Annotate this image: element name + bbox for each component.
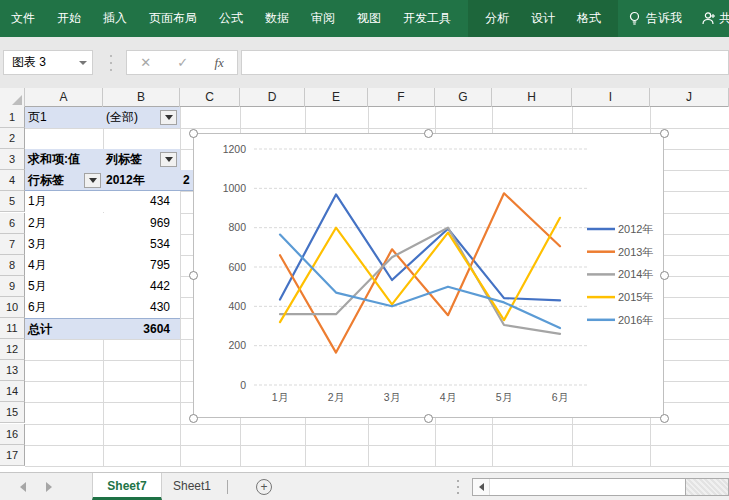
horizontal-scrollbar[interactable] bbox=[472, 478, 729, 496]
pivot-row-value[interactable]: 442 bbox=[103, 276, 180, 297]
ribbon-tab-3[interactable]: 插入 bbox=[92, 0, 138, 37]
share-button[interactable]: 共 bbox=[693, 0, 729, 37]
column-header-D[interactable]: D bbox=[240, 88, 305, 107]
pivot-filter-label[interactable]: 页1 bbox=[25, 107, 103, 128]
pivot-col-header-2012[interactable]: 2012年 bbox=[103, 170, 180, 191]
pivot-row-value[interactable]: 430 bbox=[103, 297, 180, 318]
filter-dropdown-button[interactable] bbox=[160, 152, 177, 167]
row-header-17[interactable]: 17 bbox=[0, 445, 25, 466]
formula-bar-row: 图表 3 ✕ ✓ fx bbox=[0, 37, 729, 88]
column-header-H[interactable]: H bbox=[492, 88, 572, 107]
ribbon-tab-9[interactable]: 开发工具 bbox=[392, 0, 462, 37]
chart-resize-handle[interactable] bbox=[424, 414, 433, 423]
chart-resize-handle[interactable] bbox=[424, 129, 433, 138]
row-header-5[interactable]: 5 bbox=[0, 191, 25, 212]
ribbon-tab-8[interactable]: 视图 bbox=[346, 0, 392, 37]
sheet-nav-next-icon[interactable] bbox=[46, 482, 52, 492]
pivot-row-value[interactable]: 434 bbox=[103, 191, 180, 212]
formula-input[interactable] bbox=[241, 50, 729, 75]
sheet-nav-prev-icon[interactable] bbox=[20, 482, 26, 492]
row-header-1[interactable]: 1 bbox=[0, 107, 25, 128]
legend-label-2015年[interactable]: 2015年 bbox=[618, 291, 653, 303]
name-box[interactable]: 图表 3 bbox=[3, 50, 93, 75]
series-line-2012年[interactable] bbox=[280, 194, 560, 300]
row-header-12[interactable]: 12 bbox=[0, 339, 25, 360]
pivot-col-header-clipped[interactable]: 2 bbox=[180, 170, 194, 191]
ribbon-tab-6[interactable]: 数据 bbox=[254, 0, 300, 37]
chart-resize-handle[interactable] bbox=[189, 414, 198, 423]
column-header-G[interactable]: G bbox=[435, 88, 492, 107]
add-sheet-button[interactable]: + bbox=[256, 479, 272, 495]
row-header-10[interactable]: 10 bbox=[0, 297, 25, 318]
scroll-left-icon[interactable] bbox=[473, 479, 490, 495]
legend-label-2014年[interactable]: 2014年 bbox=[618, 268, 653, 280]
column-header-F[interactable]: F bbox=[368, 88, 435, 107]
chart-resize-handle[interactable] bbox=[660, 129, 669, 138]
pivot-row-value[interactable]: 969 bbox=[103, 213, 180, 234]
pivot-col-header-label[interactable]: 列标签 bbox=[103, 149, 180, 170]
ribbon-tab-2[interactable]: 开始 bbox=[46, 0, 92, 37]
series-line-2013年[interactable] bbox=[280, 193, 560, 352]
pivot-row-header-label[interactable]: 行标签 bbox=[25, 170, 103, 191]
pivot-row-label[interactable]: 1月 bbox=[25, 191, 103, 212]
legend-label-2012年[interactable]: 2012年 bbox=[618, 223, 653, 235]
chart-resize-handle[interactable] bbox=[660, 414, 669, 423]
pivot-row-label[interactable]: 2月 bbox=[25, 213, 103, 234]
pivot-row-label[interactable]: 5月 bbox=[25, 276, 103, 297]
ribbon-contextual-tab-3[interactable]: 格式 bbox=[566, 0, 612, 37]
ribbon-tab-1[interactable]: 文件 bbox=[0, 0, 46, 37]
enter-icon[interactable]: ✓ bbox=[177, 55, 188, 70]
insert-function-icon[interactable]: fx bbox=[214, 55, 223, 71]
tell-me-button[interactable]: 告诉我 bbox=[618, 0, 692, 37]
chart-object[interactable]: 0200400600800100012001月2月3月4月5月6月2012年20… bbox=[193, 133, 664, 418]
row-header-14[interactable]: 14 bbox=[0, 381, 25, 402]
row-header-8[interactable]: 8 bbox=[0, 255, 25, 276]
scrollbar-track[interactable] bbox=[686, 479, 728, 495]
column-header-C[interactable]: C bbox=[180, 88, 240, 107]
chart-resize-handle[interactable] bbox=[189, 271, 198, 280]
column-header-I[interactable]: I bbox=[572, 88, 650, 107]
row-header-3[interactable]: 3 bbox=[0, 149, 25, 170]
row-header-16[interactable]: 16 bbox=[0, 424, 25, 445]
row-header-6[interactable]: 6 bbox=[0, 213, 25, 234]
row-header-13[interactable]: 13 bbox=[0, 360, 25, 381]
tab-scrollbar-splitter[interactable] bbox=[456, 480, 460, 494]
legend-label-2013年[interactable]: 2013年 bbox=[618, 246, 653, 258]
pivot-filter-value[interactable]: (全部) bbox=[103, 107, 180, 128]
pivot-total-value[interactable]: 3604 bbox=[103, 318, 180, 339]
row-header-4[interactable]: 4 bbox=[0, 170, 25, 191]
row-header-9[interactable]: 9 bbox=[0, 276, 25, 297]
formula-bar-splitter[interactable] bbox=[109, 55, 113, 71]
pivot-value-field[interactable]: 求和项:值 bbox=[25, 149, 103, 170]
name-box-dropdown-icon[interactable] bbox=[79, 61, 87, 65]
column-header-B[interactable]: B bbox=[103, 88, 180, 107]
sheet-tab-Sheet1[interactable]: Sheet1 bbox=[162, 473, 222, 500]
column-header-J[interactable]: J bbox=[650, 88, 729, 107]
row-header-15[interactable]: 15 bbox=[0, 402, 25, 423]
pivot-row-label[interactable]: 4月 bbox=[25, 255, 103, 276]
row-header-11[interactable]: 11 bbox=[0, 318, 25, 339]
ribbon-contextual-tab-2[interactable]: 设计 bbox=[520, 0, 566, 37]
sheet-tab-Sheet7[interactable]: Sheet7 bbox=[92, 473, 162, 500]
select-all-corner[interactable] bbox=[0, 88, 25, 107]
legend-label-2016年[interactable]: 2016年 bbox=[618, 314, 653, 326]
ribbon-contextual-tab-1[interactable]: 分析 bbox=[474, 0, 520, 37]
row-header-2[interactable]: 2 bbox=[0, 128, 25, 149]
filter-dropdown-button[interactable] bbox=[84, 173, 101, 188]
pivot-row-value[interactable]: 795 bbox=[103, 255, 180, 276]
column-header-A[interactable]: A bbox=[25, 88, 103, 107]
pivot-row-value[interactable]: 534 bbox=[103, 234, 180, 255]
ribbon-tab-4[interactable]: 页面布局 bbox=[138, 0, 208, 37]
pivot-total-label[interactable]: 总计 bbox=[25, 318, 103, 339]
cancel-icon[interactable]: ✕ bbox=[140, 55, 151, 70]
chart-resize-handle[interactable] bbox=[189, 129, 198, 138]
filter-dropdown-button[interactable] bbox=[160, 110, 177, 125]
column-header-E[interactable]: E bbox=[305, 88, 368, 107]
pivot-row-label[interactable]: 6月 bbox=[25, 297, 103, 318]
ribbon-tab-7[interactable]: 审阅 bbox=[300, 0, 346, 37]
chart-resize-handle[interactable] bbox=[660, 271, 669, 280]
row-header-7[interactable]: 7 bbox=[0, 234, 25, 255]
pivot-row-label[interactable]: 3月 bbox=[25, 234, 103, 255]
scrollbar-thumb[interactable] bbox=[490, 479, 686, 495]
ribbon-tab-5[interactable]: 公式 bbox=[208, 0, 254, 37]
